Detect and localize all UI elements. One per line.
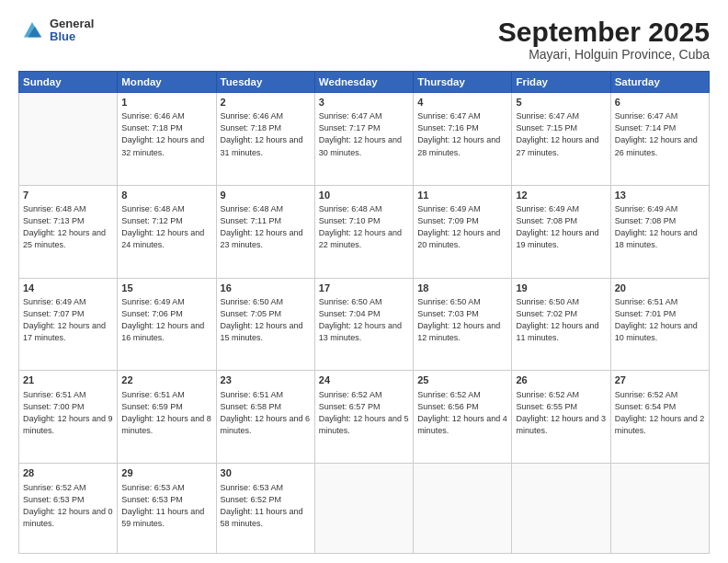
day-info: Sunrise: 6:49 AMSunset: 7:08 PMDaylight:…	[615, 203, 705, 251]
day-number: 9	[221, 189, 311, 202]
logo-general: General	[50, 17, 94, 30]
cell-0-3: 3Sunrise: 6:47 AMSunset: 7:17 PMDaylight…	[314, 93, 413, 186]
day-info: Sunrise: 6:51 AMSunset: 7:01 PMDaylight:…	[615, 296, 705, 344]
cell-0-2: 2Sunrise: 6:46 AMSunset: 7:18 PMDaylight…	[216, 93, 314, 186]
day-info: Sunrise: 6:48 AMSunset: 7:12 PMDaylight:…	[121, 203, 211, 251]
cell-0-6: 6Sunrise: 6:47 AMSunset: 7:14 PMDaylight…	[610, 93, 709, 186]
day-number: 24	[319, 373, 409, 387]
day-number: 16	[221, 282, 311, 295]
cell-1-6: 13Sunrise: 6:49 AMSunset: 7:08 PMDayligh…	[610, 185, 709, 278]
cell-3-6: 27Sunrise: 6:52 AMSunset: 6:54 PMDayligh…	[610, 371, 709, 464]
logo-blue: Blue	[50, 30, 94, 43]
day-number: 22	[121, 373, 211, 387]
cell-3-1: 22Sunrise: 6:51 AMSunset: 6:59 PMDayligh…	[118, 371, 216, 464]
day-number: 26	[516, 373, 606, 387]
day-info: Sunrise: 6:52 AMSunset: 6:53 PMDaylight:…	[23, 482, 113, 530]
day-info: Sunrise: 6:52 AMSunset: 6:57 PMDaylight:…	[319, 389, 409, 437]
calendar-table: Sunday Monday Tuesday Wednesday Thursday…	[18, 71, 710, 554]
day-number: 21	[23, 373, 113, 387]
day-info: Sunrise: 6:49 AMSunset: 7:06 PMDaylight:…	[121, 296, 211, 344]
day-info: Sunrise: 6:50 AMSunset: 7:04 PMDaylight:…	[319, 296, 409, 344]
cell-1-2: 9Sunrise: 6:48 AMSunset: 7:11 PMDaylight…	[216, 185, 314, 278]
day-info: Sunrise: 6:48 AMSunset: 7:13 PMDaylight:…	[23, 203, 113, 251]
day-number: 19	[516, 282, 606, 295]
day-number: 8	[121, 189, 211, 202]
logo-text: General Blue	[50, 17, 94, 44]
cell-4-1: 29Sunrise: 6:53 AMSunset: 6:53 PMDayligh…	[118, 464, 216, 554]
day-info: Sunrise: 6:51 AMSunset: 6:58 PMDaylight:…	[221, 389, 311, 437]
cell-3-5: 26Sunrise: 6:52 AMSunset: 6:55 PMDayligh…	[512, 371, 610, 464]
day-info: Sunrise: 6:51 AMSunset: 7:00 PMDaylight:…	[23, 389, 113, 437]
day-info: Sunrise: 6:52 AMSunset: 6:54 PMDaylight:…	[615, 389, 705, 437]
day-number: 1	[121, 96, 211, 109]
cell-0-0	[19, 93, 118, 186]
cell-0-1: 1Sunrise: 6:46 AMSunset: 7:18 PMDaylight…	[118, 93, 216, 186]
day-number: 10	[319, 189, 409, 202]
title-area: September 2025 Mayari, Holguin Province,…	[498, 17, 710, 62]
col-thursday: Thursday	[414, 72, 512, 93]
cell-4-6	[610, 464, 709, 554]
day-number: 13	[615, 189, 705, 202]
day-number: 5	[516, 96, 606, 109]
week-row-3: 14Sunrise: 6:49 AMSunset: 7:07 PMDayligh…	[19, 278, 710, 371]
day-info: Sunrise: 6:46 AMSunset: 7:18 PMDaylight:…	[121, 110, 211, 158]
header: General Blue September 2025 Mayari, Holg…	[18, 17, 710, 62]
day-info: Sunrise: 6:50 AMSunset: 7:03 PMDaylight:…	[417, 296, 507, 344]
week-row-5: 28Sunrise: 6:52 AMSunset: 6:53 PMDayligh…	[19, 464, 710, 554]
week-row-1: 1Sunrise: 6:46 AMSunset: 7:18 PMDaylight…	[19, 93, 710, 186]
day-info: Sunrise: 6:47 AMSunset: 7:14 PMDaylight:…	[615, 110, 705, 158]
calendar-body: 1Sunrise: 6:46 AMSunset: 7:18 PMDaylight…	[19, 93, 710, 554]
cell-4-2: 30Sunrise: 6:53 AMSunset: 6:52 PMDayligh…	[216, 464, 314, 554]
col-saturday: Saturday	[610, 72, 709, 93]
cell-4-3	[314, 464, 413, 554]
logo-icon	[18, 17, 46, 44]
day-number: 6	[615, 96, 705, 109]
day-number: 15	[121, 282, 211, 295]
col-tuesday: Tuesday	[216, 72, 314, 93]
day-info: Sunrise: 6:53 AMSunset: 6:52 PMDaylight:…	[221, 482, 311, 530]
day-info: Sunrise: 6:48 AMSunset: 7:10 PMDaylight:…	[319, 203, 409, 251]
cell-4-0: 28Sunrise: 6:52 AMSunset: 6:53 PMDayligh…	[19, 464, 118, 554]
day-number: 30	[221, 466, 311, 480]
day-info: Sunrise: 6:51 AMSunset: 6:59 PMDaylight:…	[121, 389, 211, 437]
day-number: 7	[23, 189, 113, 202]
cell-2-3: 17Sunrise: 6:50 AMSunset: 7:04 PMDayligh…	[314, 278, 413, 371]
page-subtitle: Mayari, Holguin Province, Cuba	[498, 47, 710, 62]
cell-3-0: 21Sunrise: 6:51 AMSunset: 7:00 PMDayligh…	[19, 371, 118, 464]
cell-4-5	[512, 464, 610, 554]
cell-3-3: 24Sunrise: 6:52 AMSunset: 6:57 PMDayligh…	[314, 371, 413, 464]
calendar-header: Sunday Monday Tuesday Wednesday Thursday…	[19, 72, 710, 93]
day-number: 18	[417, 282, 507, 295]
day-number: 28	[23, 466, 113, 480]
day-info: Sunrise: 6:47 AMSunset: 7:17 PMDaylight:…	[319, 110, 409, 158]
cell-3-2: 23Sunrise: 6:51 AMSunset: 6:58 PMDayligh…	[216, 371, 314, 464]
cell-1-5: 12Sunrise: 6:49 AMSunset: 7:08 PMDayligh…	[512, 185, 610, 278]
day-number: 14	[23, 282, 113, 295]
day-number: 12	[516, 189, 606, 202]
col-sunday: Sunday	[19, 72, 118, 93]
day-info: Sunrise: 6:53 AMSunset: 6:53 PMDaylight:…	[121, 482, 211, 530]
day-info: Sunrise: 6:52 AMSunset: 6:55 PMDaylight:…	[516, 389, 606, 437]
day-info: Sunrise: 6:48 AMSunset: 7:11 PMDaylight:…	[221, 203, 311, 251]
cell-4-4	[414, 464, 512, 554]
col-monday: Monday	[118, 72, 216, 93]
header-row: Sunday Monday Tuesday Wednesday Thursday…	[19, 72, 710, 93]
cell-1-0: 7Sunrise: 6:48 AMSunset: 7:13 PMDaylight…	[19, 185, 118, 278]
day-number: 17	[319, 282, 409, 295]
day-number: 29	[121, 466, 211, 480]
day-info: Sunrise: 6:49 AMSunset: 7:08 PMDaylight:…	[516, 203, 606, 251]
day-info: Sunrise: 6:52 AMSunset: 6:56 PMDaylight:…	[417, 389, 507, 437]
day-info: Sunrise: 6:49 AMSunset: 7:09 PMDaylight:…	[417, 203, 507, 251]
day-info: Sunrise: 6:50 AMSunset: 7:02 PMDaylight:…	[516, 296, 606, 344]
day-number: 4	[417, 96, 507, 109]
week-row-2: 7Sunrise: 6:48 AMSunset: 7:13 PMDaylight…	[19, 185, 710, 278]
day-number: 23	[221, 373, 311, 387]
logo: General Blue	[18, 17, 94, 44]
day-info: Sunrise: 6:50 AMSunset: 7:05 PMDaylight:…	[221, 296, 311, 344]
cell-1-3: 10Sunrise: 6:48 AMSunset: 7:10 PMDayligh…	[314, 185, 413, 278]
cell-2-2: 16Sunrise: 6:50 AMSunset: 7:05 PMDayligh…	[216, 278, 314, 371]
cell-2-4: 18Sunrise: 6:50 AMSunset: 7:03 PMDayligh…	[414, 278, 512, 371]
page-title: September 2025	[498, 17, 710, 47]
cell-2-6: 20Sunrise: 6:51 AMSunset: 7:01 PMDayligh…	[610, 278, 709, 371]
day-number: 25	[417, 373, 507, 387]
